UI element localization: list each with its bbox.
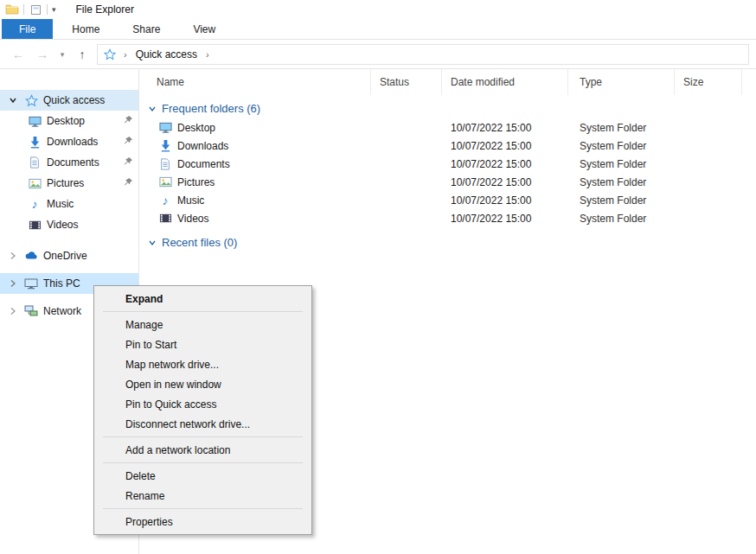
column-header-type[interactable]: Type — [568, 69, 675, 95]
file-name: Music — [177, 194, 204, 207]
table-row-desktop[interactable]: Desktop 10/07/2022 15:00 System Folder — [139, 118, 756, 137]
menu-item-delete[interactable]: Delete — [94, 466, 311, 486]
file-explorer-window: ▾ File Explorer File Home Share View ← →… — [0, 0, 756, 554]
chevron-right-icon[interactable] — [7, 279, 19, 288]
group-header-recent-files[interactable]: Recent files (0) — [148, 236, 756, 249]
document-icon — [158, 157, 172, 171]
menu-item-pin-to-start[interactable]: Pin to Start — [94, 334, 311, 354]
tab-view[interactable]: View — [179, 19, 229, 39]
up-button[interactable]: ↑ — [73, 45, 92, 64]
desktop-icon — [28, 114, 42, 128]
address-bar[interactable]: › Quick access › — [97, 44, 749, 65]
document-icon — [28, 156, 42, 169]
context-menu: Expand Manage Pin to Start Map network d… — [93, 285, 312, 535]
column-header-row: Name Status Date modified Type Size — [139, 69, 756, 95]
file-date-modified: 10/07/2022 15:00 — [442, 213, 568, 225]
sidebar-item-pictures[interactable]: Pictures — [0, 173, 138, 194]
breadcrumb-chevron-icon[interactable]: › — [202, 49, 213, 60]
chevron-down-icon[interactable] — [148, 105, 157, 113]
column-header-name[interactable]: Name — [139, 69, 371, 95]
tab-share[interactable]: Share — [119, 19, 174, 39]
group-header-frequent-folders[interactable]: Frequent folders (6) — [148, 102, 756, 115]
file-type: System Folder — [568, 140, 675, 152]
sidebar-item-label: OneDrive — [43, 250, 133, 262]
pin-icon — [124, 156, 133, 169]
sidebar-item-onedrive[interactable]: OneDrive — [0, 245, 138, 266]
column-header-date-modified[interactable]: Date modified — [442, 69, 568, 95]
chevron-right-icon[interactable] — [7, 307, 19, 315]
window-title: File Explorer — [76, 3, 134, 16]
table-row-documents[interactable]: Documents 10/07/2022 15:00 System Folder — [139, 155, 756, 173]
network-icon — [24, 304, 38, 318]
sidebar-item-label: Documents — [47, 156, 119, 169]
file-name: Desktop — [177, 122, 215, 134]
group-header-label: Frequent folders (6) — [162, 102, 260, 115]
sidebar-item-label: Pictures — [47, 177, 119, 189]
quick-access-toolbar-icon[interactable] — [29, 3, 42, 16]
sidebar-item-quick-access[interactable]: Quick access — [0, 90, 138, 111]
computer-icon — [24, 277, 38, 290]
menu-separator — [103, 462, 303, 463]
app-folder-icon — [5, 3, 19, 16]
download-arrow-icon — [28, 135, 42, 149]
sidebar-item-videos[interactable]: Videos — [0, 214, 138, 235]
table-row-videos[interactable]: Videos 10/07/2022 15:00 System Folder — [139, 209, 756, 227]
tab-file[interactable]: File — [2, 19, 53, 39]
toolbar-separator — [47, 4, 48, 15]
table-row-downloads[interactable]: Downloads 10/07/2022 15:00 System Folder — [139, 137, 756, 155]
column-header-status[interactable]: Status — [371, 69, 442, 95]
music-note-icon: ♪ — [28, 197, 42, 211]
file-type: System Folder — [568, 158, 675, 170]
menu-item-add-a-network-location[interactable]: Add a network location — [94, 440, 311, 460]
menu-item-open-in-new-window[interactable]: Open in new window — [94, 374, 311, 394]
menu-item-expand[interactable]: Expand — [94, 289, 311, 309]
pin-icon — [124, 136, 133, 148]
menu-item-disconnect-network-drive[interactable]: Disconnect network drive... — [94, 414, 311, 434]
cloud-icon — [24, 249, 38, 263]
tab-home[interactable]: Home — [58, 19, 113, 39]
menu-item-rename[interactable]: Rename — [94, 486, 311, 506]
sidebar-item-downloads[interactable]: Downloads — [0, 131, 138, 152]
sidebar-item-label: Videos — [47, 219, 133, 231]
music-note-icon: ♪ — [158, 194, 172, 207]
back-button[interactable]: ← — [9, 45, 28, 64]
sidebar-item-label: Music — [47, 198, 133, 210]
navigation-bar: ← → ▾ ↑ › Quick access › — [0, 40, 756, 69]
quick-access-star-icon — [103, 48, 117, 61]
sidebar-item-label: Desktop — [47, 115, 119, 127]
menu-item-properties[interactable]: Properties — [94, 512, 311, 532]
quick-access-star-icon — [24, 93, 38, 107]
recent-locations-chevron-icon[interactable]: ▾ — [57, 50, 67, 59]
file-type: System Folder — [568, 122, 675, 134]
chevron-down-icon[interactable] — [148, 239, 157, 247]
menu-separator — [103, 436, 303, 437]
file-date-modified: 10/07/2022 15:00 — [442, 122, 568, 134]
forward-button[interactable]: → — [33, 45, 52, 64]
pin-icon — [124, 177, 133, 189]
chevron-down-icon[interactable] — [7, 96, 19, 105]
breadcrumb-chevron-icon[interactable]: › — [120, 49, 131, 60]
breadcrumb-root[interactable]: Quick access — [134, 48, 199, 60]
sidebar-item-music[interactable]: ♪ Music — [0, 194, 138, 214]
table-row-music[interactable]: ♪ Music 10/07/2022 15:00 System Folder — [139, 191, 756, 209]
file-type: System Folder — [568, 213, 675, 225]
customize-toolbar-chevron-icon[interactable]: ▾ — [52, 5, 56, 14]
menu-separator — [103, 311, 303, 312]
file-type: System Folder — [568, 194, 675, 207]
column-header-size[interactable]: Size — [675, 69, 742, 95]
file-date-modified: 10/07/2022 15:00 — [442, 194, 568, 207]
menu-item-manage[interactable]: Manage — [94, 315, 311, 334]
menu-separator — [103, 508, 303, 509]
file-date-modified: 10/07/2022 15:00 — [442, 140, 568, 152]
group-header-label: Recent files (0) — [162, 236, 237, 249]
file-date-modified: 10/07/2022 15:00 — [442, 176, 568, 188]
menu-item-pin-to-quick-access[interactable]: Pin to Quick access — [94, 394, 311, 414]
sidebar-item-documents[interactable]: Documents — [0, 152, 138, 173]
chevron-right-icon[interactable] — [7, 252, 19, 260]
table-row-pictures[interactable]: Pictures 10/07/2022 15:00 System Folder — [139, 173, 756, 191]
menu-item-map-network-drive[interactable]: Map network drive... — [94, 354, 311, 374]
pin-icon — [124, 115, 133, 127]
sidebar-item-desktop[interactable]: Desktop — [0, 111, 138, 131]
file-name: Downloads — [177, 140, 228, 152]
toolbar-separator — [23, 4, 24, 15]
